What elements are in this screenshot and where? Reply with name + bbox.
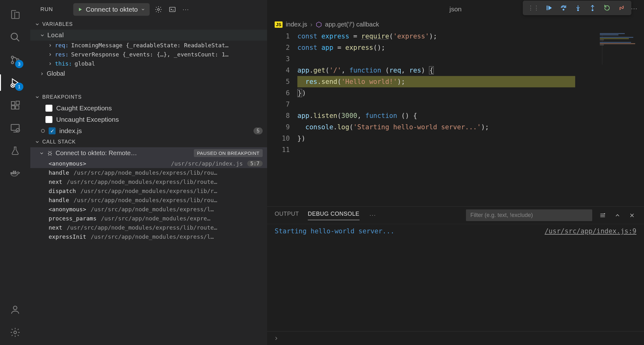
svg-point-26 bbox=[577, 10, 579, 11]
step-into-button[interactable] bbox=[571, 3, 585, 13]
stack-frame[interactable]: process_params/usr/src/app/node_modules/… bbox=[30, 214, 267, 223]
checkbox[interactable] bbox=[45, 116, 52, 123]
svg-rect-16 bbox=[15, 171, 16, 172]
launch-config-select[interactable]: Connect to okteto bbox=[73, 3, 150, 16]
breakpoints-section-header[interactable]: BREAKPOINTS bbox=[30, 92, 267, 102]
debug-toolbar[interactable]: ⋮⋮ bbox=[523, 1, 631, 15]
extensions-icon[interactable] bbox=[5, 95, 25, 115]
bp-caught-exceptions[interactable]: Caught Exceptions bbox=[30, 102, 267, 114]
stack-frame[interactable]: dispatch/usr/src/app/node_modules/expres… bbox=[30, 186, 267, 196]
chevron-right-icon bbox=[48, 61, 52, 66]
play-icon bbox=[78, 7, 83, 12]
chevron-down-icon bbox=[39, 151, 44, 156]
minimap[interactable] bbox=[600, 31, 644, 206]
svg-rect-8 bbox=[15, 106, 19, 109]
svg-point-0 bbox=[11, 33, 17, 39]
code-editor[interactable]: const express = require('express'); cons… bbox=[297, 31, 600, 206]
explorer-icon[interactable] bbox=[5, 4, 25, 25]
stack-frame[interactable]: <anonymous> /usr/src/app/index.js 5:7 bbox=[30, 159, 267, 168]
callstack-thread-row[interactable]: Connect to okteto: Remote… PAUSED ON BRE… bbox=[30, 147, 267, 159]
stack-frame[interactable]: handle/usr/src/app/node_modules/express/… bbox=[30, 168, 267, 177]
disconnect-button[interactable] bbox=[615, 3, 628, 13]
svg-rect-15 bbox=[13, 171, 14, 172]
continue-button[interactable] bbox=[542, 3, 556, 13]
more-icon[interactable]: ··· bbox=[368, 211, 378, 220]
bp-uncaught-exceptions[interactable]: Uncaught Exceptions bbox=[30, 114, 267, 125]
stack-frame[interactable]: next/usr/src/app/node_modules/express/li… bbox=[30, 223, 267, 232]
more-icon[interactable]: ··· bbox=[181, 5, 190, 14]
svg-point-27 bbox=[592, 10, 593, 11]
restart-button[interactable] bbox=[600, 3, 614, 13]
tab-output[interactable]: OUTPUT bbox=[275, 211, 299, 220]
variable-row[interactable]: res: ServerResponse {_events: {…}, _even… bbox=[30, 50, 267, 59]
gear-icon[interactable] bbox=[153, 4, 164, 15]
remote-explorer-icon[interactable] bbox=[5, 118, 25, 138]
more-icon[interactable]: ··· bbox=[631, 5, 638, 13]
svg-rect-7 bbox=[11, 106, 15, 109]
settings-gear-icon[interactable] bbox=[5, 322, 25, 342]
checkbox[interactable] bbox=[45, 105, 52, 112]
breadcrumbs[interactable]: JS index.js › app.get('/') callback bbox=[267, 18, 644, 31]
window-filename: json bbox=[450, 5, 462, 13]
variable-row[interactable]: this: global bbox=[30, 59, 267, 68]
svg-point-2 bbox=[11, 56, 14, 58]
svg-point-21 bbox=[49, 152, 51, 155]
chevron-right-icon bbox=[48, 43, 52, 48]
breadcrumb-file[interactable]: index.js bbox=[286, 21, 307, 28]
docker-icon[interactable] bbox=[5, 163, 25, 184]
breakpoint-dot-icon bbox=[41, 129, 45, 133]
stack-frame[interactable]: handle/usr/src/app/node_modules/express/… bbox=[30, 196, 267, 205]
line-gutter: 1 2 3 4 5 6 7 8 9 10 11 bbox=[267, 31, 297, 206]
bug-icon bbox=[47, 150, 53, 156]
breadcrumb-symbol[interactable]: app.get('/') callback bbox=[325, 21, 379, 28]
chevron-right-icon bbox=[40, 72, 44, 76]
checkbox-checked[interactable] bbox=[49, 127, 56, 134]
activity-bar: 3 1 bbox=[0, 0, 30, 345]
stack-frame[interactable]: expressInit/usr/src/app/node_modules/exp… bbox=[30, 232, 267, 241]
search-icon[interactable] bbox=[5, 27, 25, 47]
svg-line-1 bbox=[16, 38, 19, 41]
chevron-down-icon bbox=[35, 95, 40, 100]
scope-global[interactable]: Global bbox=[30, 68, 267, 79]
chevron-down-icon bbox=[35, 22, 40, 27]
method-icon bbox=[316, 21, 322, 28]
source-control-icon[interactable]: 3 bbox=[5, 50, 25, 70]
step-over-button[interactable] bbox=[557, 3, 570, 13]
debug-console-icon[interactable] bbox=[167, 4, 177, 15]
chevron-down-icon bbox=[35, 139, 40, 144]
scm-badge: 3 bbox=[15, 60, 23, 68]
variables-section-header[interactable]: VARIABLES bbox=[30, 19, 267, 30]
beaker-icon[interactable] bbox=[5, 141, 25, 161]
console-source-link[interactable]: /usr/src/app/index.js:9 bbox=[545, 227, 636, 328]
scope-local[interactable]: Local bbox=[30, 30, 267, 41]
bottom-panel: OUTPUT DEBUG CONSOLE ··· Starting hello-… bbox=[267, 206, 644, 345]
svg-rect-9 bbox=[16, 101, 20, 105]
stack-frame[interactable]: <anonymous>/usr/src/app/node_modules/exp… bbox=[30, 205, 267, 214]
callstack-section-header[interactable]: CALL STACK bbox=[30, 137, 267, 147]
grip-icon[interactable]: ⋮⋮ bbox=[526, 4, 541, 11]
clear-console-icon[interactable] bbox=[598, 211, 607, 220]
step-out-button[interactable] bbox=[586, 3, 599, 13]
close-panel-icon[interactable] bbox=[628, 211, 636, 220]
run-header: RUN Connect to okteto ··· bbox=[30, 0, 267, 19]
chevron-right-icon bbox=[48, 52, 52, 57]
svg-point-18 bbox=[14, 331, 17, 334]
run-side-panel: RUN Connect to okteto ··· VARIABLES Loca… bbox=[30, 0, 267, 345]
account-icon[interactable] bbox=[5, 300, 25, 320]
config-name: Connect to okteto bbox=[86, 6, 138, 13]
console-input[interactable] bbox=[267, 331, 644, 345]
svg-rect-20 bbox=[170, 7, 175, 12]
line-badge: 5 bbox=[253, 127, 263, 134]
stack-frame[interactable]: next/usr/src/app/node_modules/express/li… bbox=[30, 177, 267, 186]
console-filter-input[interactable] bbox=[466, 209, 592, 221]
svg-point-19 bbox=[158, 9, 159, 10]
svg-point-3 bbox=[11, 61, 14, 64]
run-debug-icon[interactable]: 1 bbox=[5, 73, 25, 93]
bp-file-row[interactable]: index.js 5 bbox=[30, 125, 267, 137]
console-output: Starting hello-world server... /usr/src/… bbox=[267, 224, 644, 331]
collapse-icon[interactable] bbox=[613, 211, 622, 220]
svg-point-17 bbox=[13, 306, 17, 310]
tab-debug-console[interactable]: DEBUG CONSOLE bbox=[308, 211, 360, 220]
variable-row[interactable]: req: IncomingMessage {_readableState: Re… bbox=[30, 41, 267, 50]
chevron-down-icon bbox=[40, 33, 45, 38]
